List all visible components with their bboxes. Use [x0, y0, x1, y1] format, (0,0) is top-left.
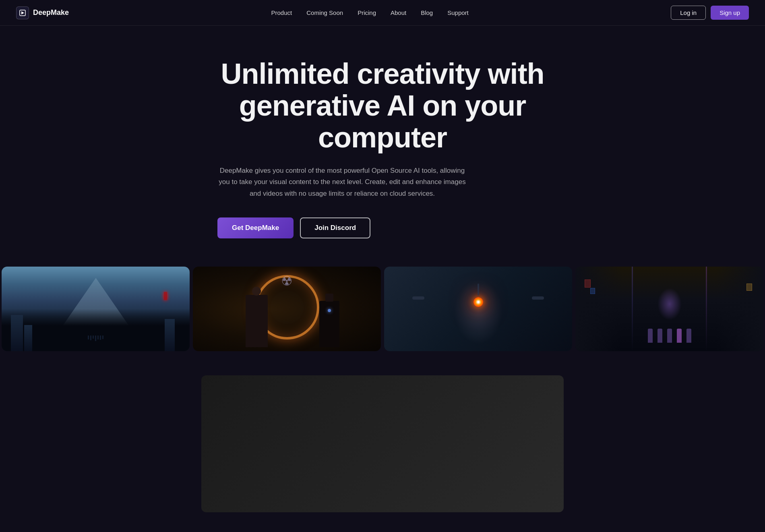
video-placeholder [201, 375, 564, 512]
signup-button[interactable]: Sign up [711, 6, 749, 20]
nav-item-about[interactable]: About [391, 9, 406, 16]
nav-item-blog[interactable]: Blog [421, 9, 433, 16]
walker-2 [657, 329, 662, 343]
walker-3 [667, 329, 672, 343]
nav-item-product[interactable]: Product [271, 9, 292, 16]
human-figure [246, 295, 268, 347]
join-discord-button[interactable]: Join Discord [300, 217, 370, 238]
hero-buttons: Get DeepMake Join Discord [217, 217, 548, 238]
ad-sign-1 [585, 279, 591, 288]
gallery-item-2: ☢ [193, 267, 381, 351]
walker-4 [677, 329, 682, 343]
gallery-item-1 [2, 267, 190, 351]
skull-icon: ☢ [281, 273, 293, 289]
gallery-item-3 [384, 267, 572, 351]
street-light-right [706, 267, 707, 351]
hero-title: Unlimited creativity with generative AI … [217, 58, 548, 154]
neon-sign [164, 292, 167, 300]
walker-1 [648, 329, 653, 343]
tunnel-glow [657, 288, 682, 320]
logo-icon [16, 6, 29, 19]
ad-sign-3 [746, 284, 752, 291]
hero-section: Unlimited creativity with generative AI … [0, 26, 765, 263]
glowing-eye [473, 297, 483, 307]
nav-item-coming-soon[interactable]: Coming Soon [306, 9, 343, 16]
navbar: DeepMake Product Coming Soon Pricing Abo… [0, 0, 765, 26]
headset-left [412, 296, 424, 300]
walkers-group [648, 329, 691, 343]
get-deepmake-button[interactable]: Get DeepMake [217, 217, 294, 238]
right-buildings [716, 267, 763, 351]
gallery: ☢ [0, 267, 765, 351]
gallery-item-4 [575, 267, 763, 351]
svg-marker-1 [21, 11, 24, 14]
robot-figure [319, 301, 339, 347]
walker-5 [686, 329, 691, 343]
ad-sign-2 [590, 288, 595, 294]
nav-item-pricing[interactable]: Pricing [358, 9, 376, 16]
navbar-actions: Log in Sign up [671, 6, 749, 20]
nav-menu: Product Coming Soon Pricing About Blog S… [271, 9, 469, 17]
headset-top [478, 284, 479, 296]
login-button[interactable]: Log in [671, 6, 706, 20]
street-light-left [632, 267, 633, 351]
logo-text: DeepMake [33, 8, 69, 17]
left-buildings [575, 267, 622, 351]
bottom-section [0, 359, 765, 528]
nav-item-support[interactable]: Support [447, 9, 469, 16]
hero-subtitle: DeepMake gives you control of the most p… [217, 165, 467, 200]
hero-content: Unlimited creativity with generative AI … [217, 58, 548, 238]
logo-link[interactable]: DeepMake [16, 6, 69, 19]
headset-right [532, 296, 544, 300]
